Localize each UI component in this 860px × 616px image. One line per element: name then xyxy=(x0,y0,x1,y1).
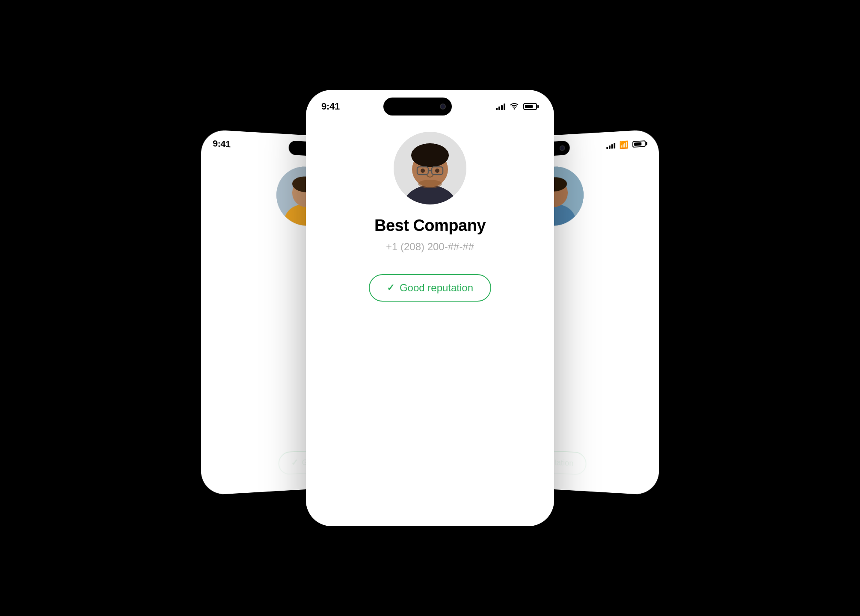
caller-name: Best Company xyxy=(374,216,486,235)
reputation-badge[interactable]: ✓ Good reputation xyxy=(369,274,491,302)
svg-point-16 xyxy=(421,169,425,173)
check-icon: ✓ xyxy=(387,282,394,293)
svg-point-12 xyxy=(411,143,449,167)
left-time: 9:41 xyxy=(213,138,230,150)
phone-center: 9:41 xyxy=(306,90,554,526)
right-island-dot xyxy=(560,145,565,151)
right-wifi-icon: 📶 xyxy=(620,140,629,150)
reputation-text: Good reputation xyxy=(400,282,473,294)
center-avatar xyxy=(394,132,466,204)
center-time: 9:41 xyxy=(321,101,340,112)
center-signal-icon xyxy=(496,103,505,110)
left-check-icon: ✓ xyxy=(291,457,298,468)
center-dynamic-island xyxy=(383,98,452,116)
svg-point-18 xyxy=(418,180,442,188)
right-battery-icon xyxy=(632,140,647,148)
right-status-icons: 📶 xyxy=(606,139,647,150)
center-status-icons xyxy=(496,102,539,112)
right-signal-icon xyxy=(606,142,615,149)
center-person-svg xyxy=(394,132,466,204)
center-battery-icon xyxy=(523,103,539,110)
scene: 9:41 xyxy=(173,51,687,565)
caller-phone: +1 (208) 200-##-## xyxy=(386,241,474,253)
center-status-bar: 9:41 xyxy=(306,90,554,119)
center-phone-content: Best Company +1 (208) 200-##-## ✓ Good r… xyxy=(306,119,554,526)
center-wifi-icon xyxy=(510,102,519,112)
center-island-dot xyxy=(440,104,446,110)
svg-point-17 xyxy=(435,169,439,173)
